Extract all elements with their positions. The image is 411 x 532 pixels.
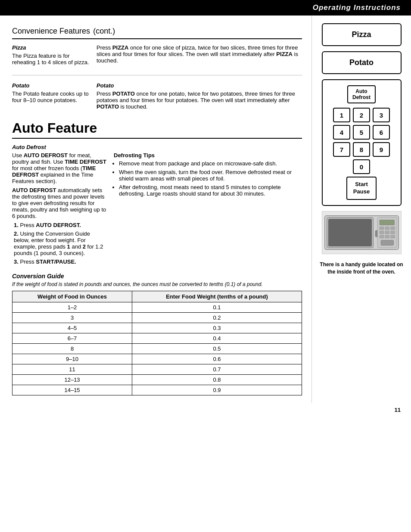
microwave-svg bbox=[322, 212, 401, 254]
auto-defrost-para2: AUTO DEFROST automatically sets the defr… bbox=[12, 187, 107, 219]
potato-heading-right: Potato bbox=[97, 82, 302, 89]
pizza-right: Press PIZZA once for one slice of pizza,… bbox=[97, 44, 302, 68]
page-number: 11 bbox=[0, 403, 411, 417]
svg-rect-10 bbox=[385, 231, 389, 234]
pizza-section: Pizza The Pizza feature is for reheating… bbox=[12, 44, 302, 68]
auto-feature-title: Auto Feature bbox=[12, 120, 302, 139]
potato-right: Potato Press POTATO once for one potato,… bbox=[97, 82, 302, 112]
key-7: 7 bbox=[333, 142, 350, 157]
cell-tenths: 0.4 bbox=[132, 333, 302, 344]
svg-rect-15 bbox=[381, 240, 393, 245]
potato-right-text: Press POTATO once for one potato, twice … bbox=[97, 90, 302, 110]
keypad-row-2: 4 5 6 bbox=[333, 125, 390, 140]
cell-ounces: 12–13 bbox=[12, 375, 132, 385]
auto-defrost-key: AutoDefrost bbox=[347, 85, 376, 103]
col-header-tenths: Enter Food Weight (tenths of a pound) bbox=[132, 291, 302, 302]
potato-button-display: Potato bbox=[322, 51, 402, 74]
conversion-table-body: 1–20.130.24–50.36–70.480.59–100.6110.712… bbox=[12, 302, 302, 395]
page-header: Operating Instructions bbox=[0, 0, 411, 16]
auto-defrost-right: Defrosting Tips Remove meat from package… bbox=[114, 152, 302, 199]
pizza-heading: Pizza bbox=[12, 44, 90, 51]
microwave-image bbox=[322, 211, 402, 254]
table-row: 80.5 bbox=[12, 344, 302, 354]
key-0: 0 bbox=[353, 159, 370, 174]
table-row: 9–100.6 bbox=[12, 354, 302, 364]
handy-guide-text: There is a handy guide located on the in… bbox=[319, 261, 404, 276]
keypad-row-1: 1 2 3 bbox=[333, 108, 390, 122]
conversion-guide-title: Conversion Guide bbox=[12, 273, 302, 280]
col-header-ounces: Weight of Food in Ounces bbox=[12, 291, 132, 302]
key-6: 6 bbox=[373, 125, 390, 140]
tip-1: Remove meat from package and place on mi… bbox=[119, 160, 302, 167]
potato-left: Potato The Potato feature cooks up to fo… bbox=[12, 82, 90, 112]
defrosting-tips-list: Remove meat from package and place on mi… bbox=[119, 160, 302, 197]
defrosting-tips-heading: Defrosting Tips bbox=[114, 152, 302, 159]
table-row: 110.7 bbox=[12, 364, 302, 375]
cell-ounces: 9–10 bbox=[12, 354, 132, 364]
keypad-row-4: 0 bbox=[353, 159, 370, 174]
svg-rect-9 bbox=[380, 231, 384, 234]
auto-defrost-left: Use AUTO DEFROST for meat, poultry and f… bbox=[12, 152, 107, 268]
key-2: 2 bbox=[353, 108, 370, 122]
cell-ounces: 6–7 bbox=[12, 333, 132, 344]
cell-ounces: 14–15 bbox=[12, 385, 132, 395]
keypad-display: AutoDefrost 1 2 3 4 5 6 7 8 9 0 StartPau… bbox=[322, 79, 402, 206]
cell-ounces: 11 bbox=[12, 364, 132, 375]
header-title: Operating Instructions bbox=[313, 3, 401, 12]
key-1: 1 bbox=[333, 108, 350, 122]
pizza-button-display: Pizza bbox=[322, 23, 402, 46]
key-8: 8 bbox=[353, 142, 370, 157]
cell-ounces: 8 bbox=[12, 344, 132, 354]
tip-2: When the oven signals, turn the food ove… bbox=[119, 169, 302, 182]
auto-defrost-heading: Auto Defrost bbox=[12, 144, 302, 150]
svg-rect-12 bbox=[380, 235, 384, 238]
svg-rect-5 bbox=[380, 220, 394, 225]
svg-rect-8 bbox=[390, 227, 395, 230]
pizza-left-text: The Pizza feature is for reheating 1 to … bbox=[12, 53, 90, 65]
svg-rect-13 bbox=[385, 235, 389, 238]
right-column: Pizza Potato AutoDefrost 1 2 3 4 5 6 7 8… bbox=[312, 16, 411, 403]
svg-rect-7 bbox=[385, 227, 389, 230]
pizza-left: Pizza The Pizza feature is for reheating… bbox=[12, 44, 90, 68]
svg-rect-6 bbox=[380, 227, 384, 230]
cell-tenths: 0.6 bbox=[132, 354, 302, 364]
step-3: 3. Press START/PAUSE. bbox=[14, 258, 107, 265]
svg-rect-11 bbox=[390, 231, 395, 234]
key-4: 4 bbox=[333, 125, 350, 140]
svg-rect-2 bbox=[328, 219, 371, 246]
table-header-row: Weight of Food in Ounces Enter Food Weig… bbox=[12, 291, 302, 302]
auto-defrost-steps: 1. Press AUTO DEFROST. 2. Using the Conv… bbox=[14, 222, 107, 265]
pizza-right-text: Press PIZZA once for one slice of pizza,… bbox=[97, 44, 302, 64]
table-row: 30.2 bbox=[12, 313, 302, 323]
table-row: 4–50.3 bbox=[12, 323, 302, 333]
conversion-note: If the weight of food is stated in pound… bbox=[12, 281, 302, 287]
table-row: 14–150.9 bbox=[12, 385, 302, 395]
potato-section: Potato The Potato feature cooks up to fo… bbox=[12, 82, 302, 112]
key-3: 3 bbox=[373, 108, 390, 122]
step-1: 1. Press AUTO DEFROST. bbox=[14, 222, 107, 228]
cell-tenths: 0.2 bbox=[132, 313, 302, 323]
step-2: 2. Using the Conversion Guide below, ent… bbox=[14, 230, 107, 256]
key-9: 9 bbox=[373, 142, 390, 157]
cell-tenths: 0.8 bbox=[132, 375, 302, 385]
main-content: Convenience Features (cont.) Pizza The P… bbox=[0, 16, 411, 403]
table-row: 12–130.8 bbox=[12, 375, 302, 385]
tip-3: After defrosting, most meats need to sta… bbox=[119, 184, 302, 197]
potato-heading-left: Potato bbox=[12, 82, 90, 89]
key-5: 5 bbox=[353, 125, 370, 140]
convenience-title: Convenience Features (cont.) bbox=[12, 23, 302, 39]
cell-tenths: 0.9 bbox=[132, 385, 302, 395]
conversion-table: Weight of Food in Ounces Enter Food Weig… bbox=[12, 291, 302, 395]
auto-defrost-para1: Use AUTO DEFROST for meat, poultry and f… bbox=[12, 152, 107, 184]
table-row: 1–20.1 bbox=[12, 302, 302, 313]
cell-ounces: 1–2 bbox=[12, 302, 132, 313]
left-column: Convenience Features (cont.) Pizza The P… bbox=[0, 16, 312, 403]
cell-tenths: 0.3 bbox=[132, 323, 302, 333]
potato-left-text: The Potato feature cooks up to four 8–10… bbox=[12, 90, 90, 103]
svg-rect-14 bbox=[390, 235, 395, 238]
cell-tenths: 0.1 bbox=[132, 302, 302, 313]
cell-ounces: 4–5 bbox=[12, 323, 132, 333]
section-divider-1 bbox=[12, 75, 302, 75]
keypad-row-3: 7 8 9 bbox=[333, 142, 390, 157]
table-row: 6–70.4 bbox=[12, 333, 302, 344]
